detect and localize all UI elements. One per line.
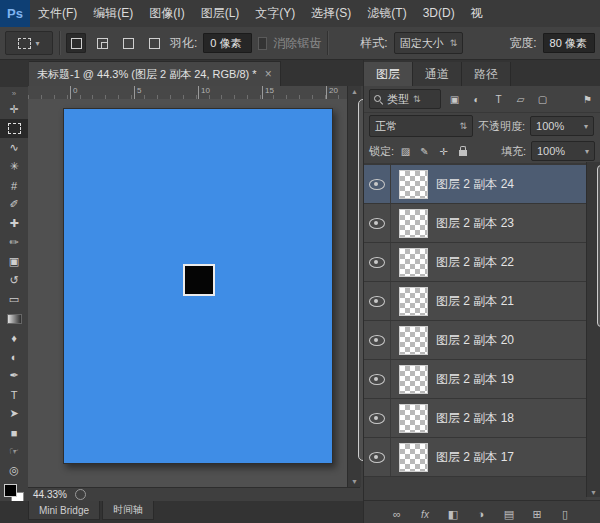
type-tool[interactable]: T (0, 385, 28, 404)
layer-row[interactable]: 图层 2 副本 20 (364, 321, 587, 360)
layers-scrollbar[interactable]: ▼ (586, 162, 600, 497)
layer-row[interactable]: 图层 2 副本 24 (364, 165, 587, 204)
menu-filter[interactable]: 滤镜(T) (359, 0, 414, 27)
lasso-tool[interactable]: ∿ (0, 138, 28, 157)
move-tool[interactable]: ✛ (0, 100, 28, 119)
crop-tool[interactable]: # (0, 176, 28, 195)
tab-channels[interactable]: 通道 (413, 62, 462, 86)
document-canvas[interactable] (63, 108, 333, 464)
menu-type[interactable]: 文字(Y) (247, 0, 303, 27)
zoom-level-field[interactable]: 44.33% (33, 489, 67, 500)
status-info-icon[interactable] (75, 489, 86, 500)
hand-tool[interactable]: ☞ (0, 442, 28, 461)
menu-file[interactable]: 文件(F) (30, 0, 85, 27)
menu-view[interactable]: 视 (463, 0, 491, 27)
layer-row[interactable]: 图层 2 副本 17 (364, 438, 587, 477)
visibility-toggle[interactable] (364, 399, 391, 437)
zoom-tool[interactable]: ◎ (0, 461, 28, 480)
menu-edit[interactable]: 编辑(E) (85, 0, 141, 27)
layer-thumbnail[interactable] (399, 287, 428, 316)
tab-layers[interactable]: 图层 (364, 62, 413, 86)
visibility-toggle[interactable] (364, 321, 391, 359)
menu-image[interactable]: 图像(I) (141, 0, 192, 27)
eyedropper-tool[interactable]: ✐ (0, 195, 28, 214)
style-dropdown[interactable]: 固定大小 ⇅ (394, 32, 464, 54)
feather-input[interactable]: 0 像素 (203, 33, 251, 53)
dodge-tool[interactable]: ◐ (0, 347, 28, 366)
visibility-toggle[interactable] (364, 204, 391, 242)
path-selection-tool[interactable]: ➤ (0, 404, 28, 423)
link-layers-icon[interactable]: ∞ (390, 508, 404, 520)
filter-adjustment-layers-button[interactable]: ◐ (468, 91, 485, 108)
document-tab[interactable]: 未标题-1 @ 44.3% (图层 2 副本 24, RGB/8) * × (28, 61, 281, 86)
filter-toggle-icon[interactable]: ⚑ (583, 94, 595, 105)
menu-layer[interactable]: 图层(L) (193, 0, 248, 27)
lock-transparency-icon[interactable]: ▨ (398, 143, 413, 159)
tab-paths[interactable]: 路径 (462, 62, 511, 86)
visibility-toggle[interactable] (364, 243, 391, 281)
subtract-from-selection-button[interactable] (118, 33, 138, 53)
layer-thumbnail[interactable] (399, 443, 428, 472)
filter-kind-dropdown[interactable]: 类型 ⇅ (369, 89, 441, 109)
rectangle-tool[interactable]: ■ (0, 423, 28, 442)
filter-pixel-layers-button[interactable]: ▣ (446, 91, 463, 108)
mini-bridge-tab[interactable]: Mini Bridge (28, 501, 100, 520)
layer-thumbnail[interactable] (399, 170, 428, 199)
blend-mode-dropdown[interactable]: 正常 ⇅ (369, 115, 473, 137)
visibility-toggle[interactable] (364, 438, 391, 476)
visibility-toggle[interactable] (364, 282, 391, 320)
history-brush-tool[interactable]: ↺ (0, 271, 28, 290)
layer-row[interactable]: 图层 2 副本 22 (364, 243, 587, 282)
filter-smart-objects-button[interactable]: ▢ (534, 91, 551, 108)
delete-layer-icon[interactable]: ▯ (558, 508, 572, 521)
blur-tool[interactable]: ♦ (0, 328, 28, 347)
foreground-color-swatch[interactable] (4, 484, 17, 497)
antialias-checkbox[interactable] (258, 37, 268, 50)
eraser-tool[interactable]: ▭ (0, 290, 28, 309)
canvas-vertical-scrollbar[interactable]: ▲ ▼ (347, 86, 361, 487)
width-input[interactable]: 80 像素 (543, 33, 595, 53)
timeline-tab[interactable]: 时间轴 (102, 501, 154, 520)
layer-thumbnail[interactable] (399, 365, 428, 394)
layer-row[interactable]: 图层 2 副本 23 (364, 204, 587, 243)
new-layer-icon[interactable]: ⊞ (530, 508, 544, 521)
rectangular-marquee-tool[interactable] (0, 119, 28, 138)
clone-stamp-tool[interactable]: ▣ (0, 252, 28, 271)
layer-mask-icon[interactable]: ◧ (446, 508, 460, 521)
opacity-dropdown[interactable]: 100% ▾ (530, 116, 594, 136)
close-icon[interactable]: × (265, 68, 272, 80)
healing-brush-tool[interactable]: ✚ (0, 214, 28, 233)
layer-row[interactable]: 图层 2 副本 18 (364, 399, 587, 438)
brush-tool[interactable]: ✏ (0, 233, 28, 252)
lock-all-icon[interactable] (455, 143, 470, 159)
filter-type-layers-button[interactable]: T (490, 91, 507, 108)
scroll-down-icon[interactable]: ▼ (348, 476, 361, 487)
gradient-tool[interactable] (0, 309, 28, 328)
scroll-down-icon[interactable]: ▼ (587, 489, 600, 496)
scroll-up-icon[interactable]: ▲ (348, 86, 361, 97)
layer-row[interactable]: 图层 2 副本 21 (364, 282, 587, 321)
layer-effects-icon[interactable]: fx (418, 509, 432, 520)
layer-group-icon[interactable]: ▤ (502, 508, 516, 521)
lock-position-icon[interactable]: ✛ (436, 143, 451, 159)
pen-tool[interactable]: ✒ (0, 366, 28, 385)
lock-pixels-icon[interactable]: ✎ (417, 143, 432, 159)
intersect-selection-button[interactable] (144, 33, 164, 53)
layer-row[interactable]: 图层 2 副本 19 (364, 360, 587, 399)
layer-thumbnail[interactable] (399, 404, 428, 433)
canvas-area[interactable] (28, 99, 347, 487)
layer-thumbnail[interactable] (399, 248, 428, 277)
menu-select[interactable]: 选择(S) (303, 0, 359, 27)
adjustment-layer-icon[interactable]: ◑ (474, 508, 488, 520)
menu-3d[interactable]: 3D(D) (415, 0, 463, 27)
filter-shape-layers-button[interactable]: ▱ (512, 91, 529, 108)
tool-preset-picker[interactable]: ▾ (5, 31, 53, 55)
quick-selection-tool[interactable]: ✳ (0, 157, 28, 176)
fill-dropdown[interactable]: 100% ▾ (531, 141, 595, 161)
toolbar-collapse-button[interactable]: » (0, 87, 28, 100)
layer-thumbnail[interactable] (399, 209, 428, 238)
add-to-selection-button[interactable] (92, 33, 112, 53)
layer-thumbnail[interactable] (399, 326, 428, 355)
visibility-toggle[interactable] (364, 360, 391, 398)
visibility-toggle[interactable] (364, 165, 391, 203)
